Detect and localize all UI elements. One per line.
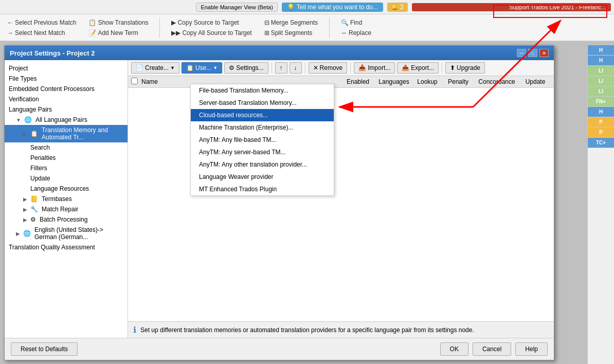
replace-btn[interactable]: ↔ Replace xyxy=(338,28,374,38)
right-panel-btn[interactable]: FN+ xyxy=(588,97,614,107)
remove-btn[interactable]: ✕ Remove xyxy=(309,62,348,74)
tree-item[interactable]: Language Resources xyxy=(5,184,128,194)
tree-item-label: Search xyxy=(30,144,50,151)
right-panel-btn[interactable]: LI xyxy=(588,66,614,76)
header-checkbox[interactable] xyxy=(131,78,141,86)
reset-defaults-btn[interactable]: Reset to Defaults xyxy=(11,342,78,356)
right-panel-btn[interactable]: H xyxy=(588,45,614,56)
create-btn[interactable]: 📄 Create... ▼ xyxy=(131,62,179,74)
tree-item[interactable]: ▶📋Translation Memory and Automated Tr... xyxy=(5,125,128,142)
use-btn[interactable]: 📋 Use... ▼ xyxy=(182,62,222,74)
replace-icon: ↔ xyxy=(341,29,347,37)
tree-item-label: All Language Pairs xyxy=(35,116,87,123)
col-penalty: Penalty xyxy=(443,78,474,85)
copy-all-source-btn[interactable]: ▶▶ Copy All Source to Target xyxy=(168,28,255,38)
tree-expand-icon: ▶ xyxy=(23,207,27,212)
menu-item[interactable]: Server-based Translation Memory... xyxy=(191,97,334,109)
menu-item[interactable]: AnyTM: Any server-based TM... xyxy=(191,146,334,158)
menu-item[interactable]: Cloud-based resources... xyxy=(191,109,334,121)
menu-item[interactable]: Machine Translation (Enterprise)... xyxy=(191,121,334,134)
upgrade-btn[interactable]: ⬆ Upgrade xyxy=(445,62,485,74)
enable-manager-btn[interactable]: Enable Manager View (Beta) xyxy=(196,3,277,12)
tree-item[interactable]: ▶🔧Match Repair xyxy=(5,204,128,214)
toolbar-sep-2 xyxy=(305,63,305,73)
copy-source-btn[interactable]: ▶ Copy Source to Target xyxy=(168,18,255,27)
add-new-term-btn[interactable]: 📝 Add New Term xyxy=(85,28,151,38)
support-btn[interactable]: Support Trados Live 2021 - Freelanc... xyxy=(412,3,611,11)
tree-item-label: Translation Quality Assessment xyxy=(9,244,95,251)
tree-item[interactable]: Language Pairs xyxy=(5,104,128,115)
menu-item[interactable]: Language Weaver provider xyxy=(191,171,334,183)
minimize-btn[interactable]: ─ xyxy=(517,49,526,57)
copy-all-icon: ▶▶ xyxy=(171,29,180,37)
col-lookup: Lookup xyxy=(412,78,443,85)
tree-expand-icon: ▶ xyxy=(23,217,27,223)
tree-item[interactable]: Update xyxy=(5,173,128,184)
settings-btn[interactable]: ⚙ Settings... xyxy=(224,62,268,74)
select-next-btn[interactable]: → Select Next Match xyxy=(4,28,79,38)
cancel-btn[interactable]: Cancel xyxy=(473,342,511,356)
status-bar: ℹ Set up different translation memories … xyxy=(128,321,554,338)
tree-item-label: Verification xyxy=(9,96,39,103)
dialog-titlebar: Project Settings - Project 2 ─ □ ✕ xyxy=(5,46,554,60)
right-panel-btn[interactable]: H xyxy=(588,107,614,117)
tree-item[interactable]: Filters xyxy=(5,163,128,173)
right-panel-btn[interactable]: P xyxy=(588,128,614,138)
tree-item-label: File Types xyxy=(9,75,37,82)
export-icon: 📤 xyxy=(402,64,409,71)
tree-item[interactable]: Penalties xyxy=(5,153,128,163)
export-btn[interactable]: 📤 Export... xyxy=(397,62,439,74)
tree-item-label: English (United States)-> German (German… xyxy=(34,226,123,241)
tree-expand-icon: ▶ xyxy=(23,131,27,137)
tree-item[interactable]: ▶⚙Batch Processing xyxy=(5,214,128,225)
maximize-btn[interactable]: □ xyxy=(528,49,537,57)
tree-item[interactable]: Project xyxy=(5,63,128,74)
close-btn[interactable]: ✕ xyxy=(539,49,549,57)
tree-item[interactable]: Search xyxy=(5,142,128,153)
upgrade-icon: ⬆ xyxy=(450,64,455,71)
tree-item-label: Language Pairs xyxy=(9,106,52,113)
tree-item[interactable]: ▶📒Termbases xyxy=(5,194,128,204)
tree-item[interactable]: Verification xyxy=(5,94,128,104)
merge-segments-btn[interactable]: ⊟ Merge Segments xyxy=(261,18,321,27)
show-translations-btn[interactable]: 📋 Show Translations xyxy=(85,18,151,27)
right-panel-btn[interactable]: LI xyxy=(588,86,614,97)
ai-assistant-btn[interactable]: 💡 Tell me what you want to do... xyxy=(282,3,383,12)
status-text: Set up different translation memories or… xyxy=(140,326,474,334)
help-btn[interactable]: Help xyxy=(515,342,548,356)
menu-item[interactable]: AnyTM: Any other translation provider... xyxy=(191,158,334,171)
panel-toolbar: 📄 Create... ▼ 📋 Use... ▼ ⚙ Settings... ↑ xyxy=(128,60,554,76)
ok-btn[interactable]: OK xyxy=(440,342,468,356)
toolbar-sep-1 xyxy=(272,63,272,73)
ribbon: ← Select Previous Match → Select Next Ma… xyxy=(0,14,614,41)
move-down-btn[interactable]: ↓ xyxy=(290,62,302,74)
tree-item-label: Embedded Content Processors xyxy=(9,85,95,93)
menu-item[interactable]: File-based Translation Memory... xyxy=(191,84,334,97)
menu-item[interactable]: MT Enhanced Trados Plugin xyxy=(191,183,334,195)
tree-item[interactable]: ▼🌐All Language Pairs xyxy=(5,115,128,125)
tree-item[interactable]: Embedded Content Processors xyxy=(5,84,128,94)
tree-panel: ProjectFile TypesEmbedded Content Proces… xyxy=(5,60,128,338)
right-panel-btn[interactable]: TC+ xyxy=(588,138,614,148)
tree-item-label: Termbases xyxy=(42,195,72,203)
tree-item-icon: 🌐 xyxy=(24,116,32,123)
notifications-btn[interactable]: 🔔 2 xyxy=(387,3,408,12)
tree-item-label: Language Resources xyxy=(30,185,89,192)
split-segments-btn[interactable]: ⊞ Split Segments xyxy=(261,28,321,38)
tree-item[interactable]: ▶🌐English (United States)-> German (Germ… xyxy=(5,225,128,242)
move-up-btn[interactable]: ↑ xyxy=(275,62,287,74)
use-dropdown-arrow: ▼ xyxy=(213,65,218,70)
import-btn[interactable]: 📥 Import... xyxy=(354,62,395,74)
select-prev-btn[interactable]: ← Select Previous Match xyxy=(4,18,79,27)
menu-item[interactable]: AnyTM: Any file-based TM... xyxy=(191,134,334,146)
tree-item-label: Match Repair xyxy=(42,206,78,213)
right-panel-btn[interactable]: P xyxy=(588,117,614,128)
footer-right-buttons: OK Cancel Help xyxy=(440,342,548,356)
tree-item[interactable]: File Types xyxy=(5,74,128,84)
tree-item[interactable]: Translation Quality Assessment xyxy=(5,242,128,252)
col-update: Update xyxy=(520,78,551,85)
right-panel-btn[interactable]: H xyxy=(588,56,614,66)
right-panel-btn[interactable]: LI xyxy=(588,76,614,86)
toolbar-sep-4 xyxy=(442,63,442,73)
find-btn[interactable]: 🔍 Find xyxy=(338,18,374,27)
